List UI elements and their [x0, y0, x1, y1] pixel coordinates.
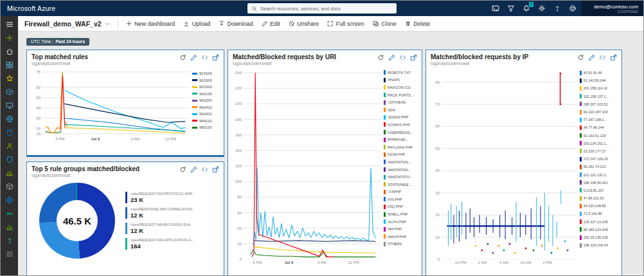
legend-item[interactable]: 201.158.114.10	[580, 84, 617, 92]
command-full-screen[interactable]: Full screen	[327, 21, 364, 27]
legend-item[interactable]: rules/REQUEST-920-PROTOCOL-ENF...23 K	[125, 192, 219, 203]
legend-item[interactable]: 71.6.142.86	[580, 210, 617, 217]
code-icon[interactable]	[201, 166, 208, 173]
sidebar-item-key-vaults[interactable]	[1, 207, 18, 220]
legend-item[interactable]: 60.220.187.106	[580, 108, 617, 116]
legend-item[interactable]: 23.229.177.27	[580, 147, 617, 155]
legend-item[interactable]: /AWSTATS/A...	[384, 166, 417, 174]
sidebar-item-dashboard[interactable]	[1, 58, 18, 71]
legend-item[interactable]: /XXI.PHP	[384, 196, 417, 203]
legend-item[interactable]: /STATS/INDE...	[384, 181, 417, 189]
cloud-shell-icon[interactable]	[492, 5, 499, 12]
refresh-icon[interactable]	[179, 166, 186, 173]
sidebar-item-favorites[interactable]	[1, 71, 18, 85]
legend-item[interactable]: /PHPMYAD...	[384, 136, 417, 143]
legend-item[interactable]: 920300	[192, 77, 219, 84]
legend-item[interactable]: /WP.PHP	[384, 225, 417, 233]
legend-item[interactable]: /FAVICON.ICO	[384, 84, 417, 91]
legend-item[interactable]: 68.183.124.249	[580, 226, 617, 234]
legend-item[interactable]: OTHERS	[384, 241, 417, 248]
sidebar-item-resource-groups[interactable]	[1, 85, 18, 98]
sidebar-item-more-services[interactable]	[1, 247, 18, 261]
sidebar-item-azure-ad[interactable]	[1, 139, 18, 152]
legend-item[interactable]: 198.108.66.161	[580, 179, 617, 187]
legend-item[interactable]: 200.134.251.1...	[580, 140, 617, 147]
legend-item[interactable]: /PACK PORTS...	[384, 91, 417, 99]
command-unshare[interactable]: Unshare	[289, 21, 319, 27]
legend-item[interactable]: /HNAP1	[384, 77, 417, 84]
edit-icon[interactable]	[190, 54, 197, 61]
sidebar-item-app-services[interactable]	[1, 112, 18, 125]
legend-item[interactable]: rules/REQUEST-942-APPLICATION-A...164	[125, 238, 219, 250]
legend-item[interactable]: /.GIT/HEAD	[384, 98, 417, 106]
edit-icon[interactable]	[388, 54, 395, 61]
sidebar-item-help-support[interactable]	[1, 234, 18, 247]
edit-icon[interactable]	[588, 54, 595, 61]
legend-item[interactable]: /AWUP.PHP	[384, 233, 417, 241]
pin-icon[interactable]	[410, 54, 417, 61]
legend-item[interactable]: 980130	[192, 124, 219, 131]
legend-item[interactable]: 34.220.248.85	[580, 202, 617, 210]
edit-icon[interactable]	[190, 166, 197, 173]
legend-item[interactable]: 949110	[192, 118, 219, 125]
legend-item[interactable]: /I2OM.PHP	[384, 151, 417, 159]
legend-item[interactable]: 913100	[192, 70, 219, 77]
legend-item[interactable]: 51.143.56.244	[580, 77, 617, 84]
legend-item[interactable]: /AWSTATS/N...	[384, 158, 417, 166]
code-icon[interactable]	[201, 54, 208, 61]
legend-item[interactable]: 47.89.152.62	[580, 194, 617, 202]
sidebar-item-sql-databases[interactable]	[1, 125, 18, 139]
legend-item[interactable]: 56.251.74.212	[580, 163, 617, 170]
legend-item[interactable]: 138.219.216.44	[580, 241, 617, 249]
code-icon[interactable]	[599, 54, 606, 61]
code-icon[interactable]	[399, 54, 406, 61]
legend-item[interactable]: 40.91.91.46	[580, 69, 617, 77]
sidebar-item-menu[interactable]	[1, 17, 18, 31]
command-delete[interactable]: Delete	[405, 21, 431, 27]
legend-item[interactable]: 172.247.109.26	[580, 155, 617, 163]
command-download[interactable]: Download	[219, 21, 253, 27]
refresh-icon[interactable]	[179, 54, 186, 61]
command-edit[interactable]: Edit	[262, 21, 280, 27]
legend-item[interactable]: 51.143.61.129	[580, 132, 617, 140]
directory-filter-icon[interactable]	[507, 5, 515, 12]
legend-item[interactable]: /ROBOTS.TXT	[384, 69, 417, 77]
pin-icon[interactable]	[212, 166, 219, 173]
legend-item[interactable]: /.ENDID.PHP	[384, 114, 417, 122]
legend-item[interactable]: 942200	[192, 97, 219, 104]
legend-item[interactable]: 5.219.81.207	[580, 187, 617, 194]
refresh-icon[interactable]	[377, 54, 384, 61]
pin-icon[interactable]	[610, 54, 617, 61]
legend-item[interactable]: /PAYLOAD.PHP	[384, 143, 417, 151]
legend-item[interactable]: rules/RESPONSE-980-CORRELATION...12 K	[125, 207, 219, 219]
legend-item[interactable]: 942410	[192, 104, 219, 111]
dashboard-title-dropdown[interactable]: Firewall_demo_WAF_v2	[24, 20, 110, 28]
legend-item[interactable]: /USER/REGIS...	[384, 129, 417, 136]
sidebar-item-create-resource[interactable]	[1, 31, 18, 44]
feedback-icon[interactable]	[569, 5, 577, 12]
legend-item[interactable]: /AUTH.PHP	[384, 218, 417, 226]
notifications-icon[interactable]: 1	[523, 5, 530, 12]
command-new-dashboard[interactable]: New dashboard	[126, 21, 175, 27]
time-range-filter[interactable]: UTC Time : Past 24 hours	[26, 38, 89, 46]
legend-item[interactable]: 77.247.108.1...	[580, 116, 617, 124]
legend-item[interactable]: /CONFIG.PHP	[384, 121, 417, 129]
legend-item[interactable]: 34.77.96.244	[580, 124, 617, 131]
legend-item[interactable]: 200.25.235.135	[580, 234, 617, 241]
sidebar-item-cost-management[interactable]	[1, 220, 18, 234]
refresh-icon[interactable]	[577, 54, 584, 61]
legend-item[interactable]: /SDK	[384, 106, 417, 114]
sidebar-item-virtual-networks[interactable]	[1, 193, 18, 207]
sidebar-item-monitor[interactable]	[1, 166, 18, 179]
legend-item[interactable]: 121.101.131.2...	[580, 170, 617, 178]
pin-icon[interactable]	[212, 54, 219, 61]
legend-item[interactable]: 125.227.14.245	[580, 218, 617, 226]
legend-item[interactable]: 942130	[192, 91, 219, 98]
legend-item[interactable]: rules/REQUEST-949-BLOCKING-EVA...12 K	[125, 223, 219, 234]
legend-item[interactable]: /OIQ.PHP	[384, 203, 417, 211]
settings-icon[interactable]	[538, 5, 546, 12]
command-clone[interactable]: Clone	[373, 21, 397, 27]
account-menu[interactable]: demo@contoso.com CONTOSO	[582, 1, 643, 16]
legend-item[interactable]: /SHELL.PHP	[384, 210, 417, 218]
legend-item[interactable]: /.XXPHP	[384, 189, 417, 196]
